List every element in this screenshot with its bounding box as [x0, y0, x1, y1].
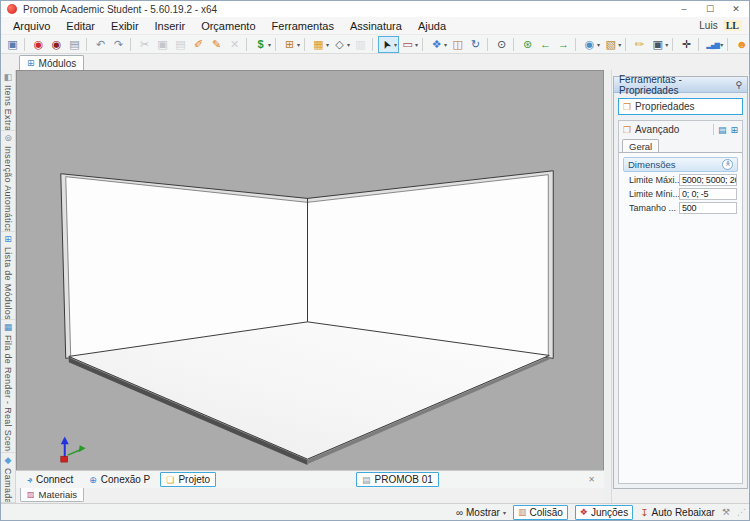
juncoes-toggle[interactable]: ❖ Junções	[575, 505, 633, 520]
menu-arquivo[interactable]: Arquivo	[5, 19, 58, 33]
tab-connect[interactable]: » Connect	[21, 472, 79, 487]
menu-exibir[interactable]: Exibir	[103, 19, 147, 33]
sidebar-tab-camadas[interactable]: ◆ Camadas	[1, 453, 15, 503]
user-avatar-badge[interactable]: LL	[723, 20, 742, 31]
wall-panel-icon[interactable]: ▥	[352, 36, 370, 53]
camera-icon[interactable]: ▣ ▾	[649, 36, 670, 53]
property-value-field[interactable]: 500	[679, 202, 737, 214]
package-icon[interactable]: ▧ ▾	[602, 36, 623, 53]
divider[interactable]	[86, 38, 90, 51]
sidebar-tab-lista-de-modulos[interactable]: ⊞ Lista de Módulos	[1, 232, 15, 320]
divider[interactable]	[672, 38, 676, 51]
tab-promob-01[interactable]: ▤ PROMOB 01	[356, 472, 439, 487]
divider[interactable]	[304, 38, 308, 51]
maximize-button[interactable]: ☐	[697, 1, 723, 17]
close-tab-icon[interactable]: ✕	[584, 475, 599, 484]
advanced-label[interactable]: Avançado	[635, 124, 679, 135]
menu-ajuda[interactable]: Ajuda	[410, 19, 454, 33]
budget-icon[interactable]: $ ▾	[252, 36, 273, 53]
mostrar-dropdown[interactable]: ∞ Mostrar ▾	[456, 507, 506, 518]
collapse-icon[interactable]: ≪	[722, 159, 733, 170]
divider[interactable]	[372, 38, 376, 51]
divider[interactable]	[246, 38, 250, 51]
divider[interactable]	[422, 38, 426, 51]
properties-icon: ❐	[623, 102, 631, 112]
modulate-icon[interactable]: ✐	[190, 36, 208, 53]
properties-inner-panel: ❐ Avançado ▤⊞ Geral Dimensões ≪	[618, 120, 743, 484]
light-edit-icon[interactable]: ✏	[631, 36, 649, 53]
divider[interactable]	[575, 38, 579, 51]
copy-icon[interactable]: ▣	[154, 36, 172, 53]
viewport-3d[interactable]	[16, 70, 604, 470]
undo-icon[interactable]: ↶	[92, 36, 110, 53]
list-view-icon[interactable]: ▤	[718, 125, 727, 135]
cube-3d-icon[interactable]: ❖ ▾	[428, 36, 449, 53]
divider[interactable]	[275, 38, 279, 51]
door-icon[interactable]: ◫	[449, 36, 467, 53]
sidebar-tab-fila-de-render[interactable]: ▦ Fila de Render - Real Scene 2.0	[1, 320, 15, 453]
properties-button[interactable]: ❐ Propriedades	[618, 98, 743, 115]
tab-geral[interactable]: Geral	[622, 139, 659, 152]
close-button[interactable]: ✕	[723, 1, 749, 17]
resize-grip[interactable]: ⋰	[737, 507, 746, 517]
minimize-button[interactable]: –	[671, 1, 697, 17]
divider[interactable]	[625, 38, 629, 51]
move-icon[interactable]: ✛	[678, 36, 696, 53]
dimensions-label: Dimensões	[628, 159, 676, 170]
junctions-icon: ❖	[580, 507, 588, 517]
menu-assinatura[interactable]: Assinatura	[342, 19, 410, 33]
menu-bar: ArquivoEditarExibirInserirOrçamentoFerra…	[1, 17, 749, 35]
divider[interactable]	[513, 38, 517, 51]
save-icon[interactable]: ▣	[4, 36, 22, 53]
paste-icon[interactable]: ▤	[172, 36, 190, 53]
user-icon[interactable]: ☻	[733, 36, 749, 53]
collision-icon: ▥	[518, 507, 527, 517]
divider[interactable]	[130, 38, 134, 51]
divider[interactable]	[24, 38, 28, 51]
divider[interactable]	[698, 38, 702, 51]
close-project-icon[interactable]: ◉	[48, 36, 66, 53]
pin-icon[interactable]: ⚲	[735, 80, 742, 90]
cursor-icon[interactable]: ➤ ▾	[378, 36, 399, 53]
selection-shape-icon[interactable]: ◇ ▾	[331, 36, 352, 53]
nav-prev-icon[interactable]: ←	[537, 36, 555, 53]
render-quick-icon[interactable]: ⊛	[519, 36, 537, 53]
layout-icon[interactable]: ⊞ ▾	[281, 36, 302, 53]
grid-view-icon[interactable]: ⊞	[730, 125, 738, 135]
menu-orcamento[interactable]: Orçamento	[193, 19, 263, 33]
divider[interactable]	[487, 38, 491, 51]
sidebar-tab-insercao-automatica[interactable]: ⊚ Inserção Automática	[1, 131, 15, 232]
dimensions-group-header[interactable]: Dimensões ≪	[623, 157, 738, 172]
menu-ferramentas[interactable]: Ferramentas	[264, 19, 342, 33]
center-column: » Connect ⊕ Conexão P ❏ Projeto ▤ PROMOB…	[16, 70, 604, 503]
redo-icon[interactable]: ↷	[110, 36, 128, 53]
tab-conexao-p[interactable]: ⊕ Conexão P	[83, 472, 156, 487]
cut-icon[interactable]: ✂	[136, 36, 154, 53]
tab-projeto[interactable]: ❏ Projeto	[160, 472, 216, 487]
rotate-icon[interactable]: ↻	[467, 36, 485, 53]
nav-next-icon[interactable]: →	[555, 36, 573, 53]
menu-inserir[interactable]: Inserir	[147, 19, 194, 33]
modules-icon[interactable]: ▦ ▾	[310, 36, 331, 53]
colisao-toggle[interactable]: ▥ Colisão	[513, 505, 568, 520]
delete-icon[interactable]: ✕	[226, 36, 244, 53]
divider[interactable]	[727, 38, 731, 51]
open-project-icon[interactable]: ◉	[30, 36, 48, 53]
panel-splitter[interactable]	[604, 70, 612, 503]
auto-rebaixar-toggle[interactable]: ↧ Auto Rebaixar	[640, 507, 715, 518]
print-icon[interactable]: ▤	[66, 36, 84, 53]
tab-modulos[interactable]: ⊞ Módulos	[19, 55, 84, 70]
property-value-field[interactable]: 5000; 5000; 2600	[679, 174, 737, 186]
chart-icon[interactable]: ▂▄▆ ▾	[704, 36, 725, 53]
sidebar-tab-itens-extras[interactable]: ◧ Itens Extras	[1, 70, 15, 131]
edit-tool-icon[interactable]: ✎	[208, 36, 226, 53]
room-3d-view	[17, 71, 603, 470]
measure-icon[interactable]: ▭ ▾	[399, 36, 420, 53]
property-row: Tamanho ... 500	[629, 201, 737, 214]
sphere-render-icon[interactable]: ◉ ▾	[581, 36, 602, 53]
property-value-field[interactable]: 0; 0; -5	[679, 188, 737, 200]
wrench-icon[interactable]: ⚒	[722, 507, 730, 517]
tab-materiais[interactable]: ▨ Materiais	[20, 488, 84, 502]
menu-editar[interactable]: Editar	[58, 19, 103, 33]
eye-icon[interactable]: ⊙	[493, 36, 511, 53]
